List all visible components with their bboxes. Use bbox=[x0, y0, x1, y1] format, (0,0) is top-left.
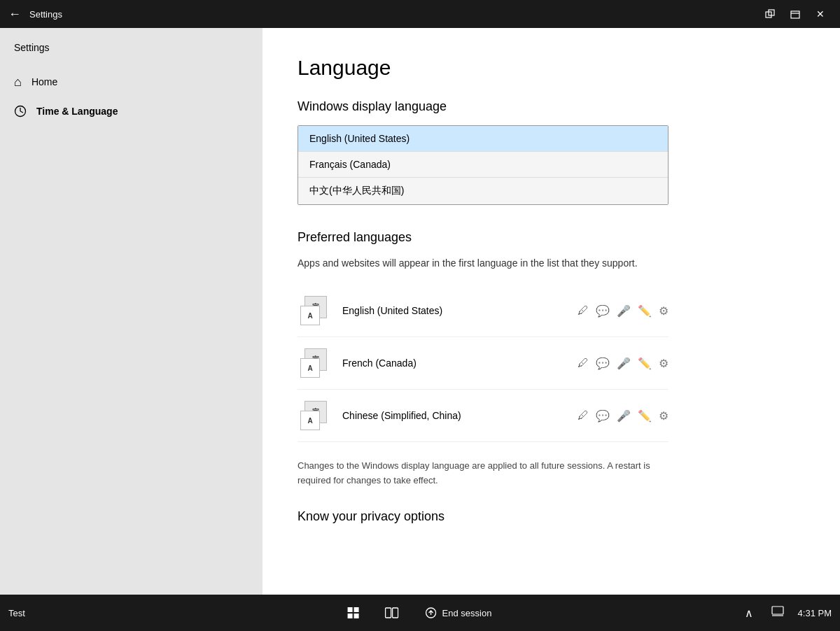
home-icon: ⌂ bbox=[14, 76, 22, 88]
lang-features-fr-ca: 🖊 💬 🎤 ✏️ ⚙ bbox=[578, 357, 668, 370]
main-panel: Language Windows display language Englis… bbox=[262, 28, 840, 595]
lang-mic-icon-fr[interactable]: 🎤 bbox=[617, 357, 631, 370]
lang-features-en-us: 🖊 💬 🎤 ✏️ ⚙ bbox=[578, 304, 668, 318]
sidebar-item-home-label: Home bbox=[31, 76, 57, 87]
window-controls: ✕ bbox=[759, 4, 832, 24]
svg-rect-10 bbox=[354, 614, 359, 618]
lang-handwriting-icon-fr[interactable]: ✏️ bbox=[638, 357, 652, 370]
start-button[interactable] bbox=[342, 602, 365, 623]
lang-icon-fr-ca: 字 A bbox=[298, 346, 332, 381]
taskbar: Test End session ∧ bbox=[0, 595, 840, 631]
taskbar-time: 4:31 PM bbox=[798, 608, 832, 618]
lang-handwriting-icon[interactable]: ✏️ bbox=[638, 304, 652, 318]
taskbar-label: Test bbox=[8, 608, 25, 618]
taskbar-right: ∧ 4:31 PM bbox=[741, 603, 832, 623]
sidebar-header: Settings bbox=[0, 35, 262, 67]
lang-features-zh-cn: 🖊 💬 🎤 ✏️ ⚙ bbox=[578, 409, 668, 423]
taskbar-center: End session bbox=[342, 602, 499, 623]
lang-pinyin-icon-fr[interactable]: 🖊 bbox=[578, 357, 589, 369]
svg-rect-8 bbox=[354, 607, 359, 612]
lang-name-fr-ca: French (Canada) bbox=[342, 357, 578, 369]
task-view-button[interactable] bbox=[379, 602, 405, 623]
privacy-section-title: Know your privacy options bbox=[298, 509, 805, 524]
svg-rect-12 bbox=[393, 608, 398, 618]
svg-rect-7 bbox=[348, 607, 353, 612]
lang-mic-icon[interactable]: 🎤 bbox=[617, 304, 631, 318]
lang-list-item-zh-cn: 字 A Chinese (Simplified, China) 🖊 💬 🎤 ✏️… bbox=[298, 390, 668, 442]
lang-pinyin-icon-zh[interactable]: 🖊 bbox=[578, 409, 589, 422]
lang-list-item-fr-ca: 字 A French (Canada) 🖊 💬 🎤 ✏️ ⚙ bbox=[298, 337, 668, 390]
svg-rect-11 bbox=[386, 608, 391, 618]
sidebar-item-time-language-label: Time & Language bbox=[36, 106, 118, 117]
lang-icon-zh-cn: 字 A bbox=[298, 398, 332, 433]
end-session-button[interactable]: End session bbox=[419, 604, 499, 621]
lang-settings-icon-fr[interactable]: ⚙ bbox=[659, 357, 668, 370]
lang-handwriting-icon-zh[interactable]: ✏️ bbox=[638, 409, 652, 423]
page-title: Language bbox=[298, 56, 805, 80]
svg-rect-2 bbox=[791, 11, 799, 18]
lang-mic-icon-zh[interactable]: 🎤 bbox=[617, 409, 631, 423]
lang-pinyin-icon[interactable]: 🖊 bbox=[578, 304, 589, 317]
lang-name-zh-cn: Chinese (Simplified, China) bbox=[342, 410, 578, 421]
snap-button[interactable] bbox=[759, 4, 781, 24]
svg-rect-15 bbox=[772, 607, 783, 614]
lang-icon-en-us: 字 A bbox=[298, 293, 332, 328]
close-button[interactable]: ✕ bbox=[809, 4, 832, 24]
language-option-en-us[interactable]: English (United States) bbox=[298, 126, 668, 152]
language-option-fr-ca[interactable]: Français (Canada) bbox=[298, 152, 668, 178]
lang-list-item-en-us: 字 A English (United States) 🖊 💬 🎤 ✏️ ⚙ bbox=[298, 285, 668, 337]
sidebar: Settings ⌂ Home Time & Language bbox=[0, 28, 262, 595]
display-language-dropdown: English (United States) Français (Canada… bbox=[298, 125, 668, 205]
lang-speech-icon-zh[interactable]: 💬 bbox=[596, 409, 610, 423]
preferred-languages-description: Apps and websites will appear in the fir… bbox=[298, 256, 662, 271]
preferred-languages-section-title: Preferred languages bbox=[298, 230, 805, 245]
time-language-icon bbox=[14, 105, 27, 118]
svg-rect-9 bbox=[348, 614, 353, 618]
lang-settings-icon[interactable]: ⚙ bbox=[659, 304, 668, 318]
language-change-note: Changes to the Windows display language … bbox=[298, 459, 668, 488]
app-body: Settings ⌂ Home Time & Language Language… bbox=[0, 28, 840, 595]
sidebar-item-home[interactable]: ⌂ Home bbox=[0, 67, 262, 97]
sidebar-item-time-language[interactable]: Time & Language bbox=[0, 97, 262, 126]
lang-name-en-us: English (United States) bbox=[342, 305, 578, 316]
action-center-button[interactable] bbox=[767, 603, 788, 623]
window-title: Settings bbox=[29, 9, 759, 20]
maximize-button[interactable] bbox=[784, 4, 806, 24]
end-session-label: End session bbox=[442, 608, 492, 618]
lang-settings-icon-zh[interactable]: ⚙ bbox=[659, 409, 668, 423]
title-bar: ← Settings ✕ bbox=[0, 0, 840, 28]
notifications-chevron-button[interactable]: ∧ bbox=[741, 604, 757, 623]
display-language-section-title: Windows display language bbox=[298, 99, 805, 114]
lang-speech-icon-fr[interactable]: 💬 bbox=[596, 357, 610, 370]
language-option-zh-cn[interactable]: 中文(中华人民共和国) bbox=[298, 178, 668, 204]
back-button[interactable]: ← bbox=[8, 8, 21, 20]
lang-speech-icon[interactable]: 💬 bbox=[596, 304, 610, 318]
svg-line-6 bbox=[20, 111, 23, 113]
